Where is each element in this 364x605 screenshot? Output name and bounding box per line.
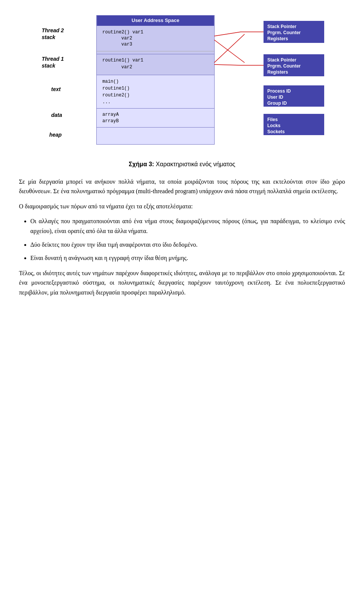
caption-prefix: Σχήμα 3: (129, 161, 154, 167)
t1-line1: routine1() var1 (102, 58, 143, 63)
final-para-1: Τέλος, οι ιδιότητες αυτές των νημάτων πα… (19, 268, 345, 298)
cross-line-1 (214, 40, 245, 63)
stack-ptr-t1-line1: Stack Pointer (267, 57, 297, 63)
files-line2: Locks (267, 123, 281, 128)
paragraph-1: Σε μία διεργασία μπορεί να ανήκουν πολλά… (19, 177, 345, 196)
caption-text: Χαρακτηριστικά ενός νήματος (156, 161, 235, 167)
stack-ptr-t1-line3: Registers (267, 69, 288, 75)
process-id-line2: User ID (267, 95, 283, 100)
bullet-item-1: Οι αλλαγές που πραγματοποιούνται από ένα… (30, 216, 345, 236)
t2-line2: var2 (121, 36, 132, 41)
text-line4: ... (102, 99, 111, 105)
process-id-line1: Process ID (267, 88, 291, 94)
para2-text: Σε ένα πολυνηματικό πρόγραμμα (multi-thr… (53, 188, 338, 194)
label-data: data (51, 112, 62, 118)
figure-caption: Σχήμα 3: Χαρακτηριστικά ενός νήματος (19, 159, 345, 169)
files-line3: Sockets (267, 129, 285, 134)
label-heap: heap (49, 132, 62, 138)
cross-line-2 (214, 34, 245, 63)
bullet-item-2: Δύο δείκτες που έχουν την ίδια τιμή αναφ… (30, 240, 345, 250)
diagram-svg: User Address Space routine2() var1 var2 … (21, 15, 343, 156)
stack-ptr-t2-line3: Registers (267, 36, 288, 41)
stack-ptr-t2-line2: Prgrm. Counter (267, 30, 301, 35)
bullet-header: Ο διαμοιρασμός των πόρων από τα νήματα έ… (19, 202, 345, 211)
label-stack1: stack (42, 63, 56, 69)
t2-line3: var3 (121, 42, 132, 47)
line-t1-stack-ptr (214, 65, 241, 65)
label-text: text (51, 86, 61, 92)
bullet-list: Οι αλλαγές που πραγματοποιούνται από ένα… (30, 216, 345, 263)
label-thread1: Thread 1 (42, 56, 64, 62)
label-stack2: stack (42, 34, 56, 40)
data-line2: arrayB (102, 118, 119, 124)
text-line2: routine1() (102, 86, 130, 91)
bullet-item-3: Είναι δυνατή η ανάγνωση και η εγγραφή στ… (30, 253, 345, 263)
t2-line1: routine2() var1 (102, 30, 143, 35)
uas-header-text: User Address Space (132, 17, 179, 23)
t1-line2: var2 (121, 65, 132, 70)
thread-diagram: User Address Space routine2() var1 var2 … (21, 15, 343, 156)
heap-seg-bg (97, 128, 214, 144)
label-thread2: Thread 2 (42, 27, 64, 33)
stack-ptr-t2-line1: Stack Pointer (267, 24, 297, 29)
content-area: Σχήμα 3: Χαρακτηριστικά ενός νήματος Σε … (19, 159, 345, 298)
data-line1: arrayA (102, 112, 119, 117)
stack-ptr-t1-line2: Prgrm. Counter (267, 63, 301, 69)
files-line1: Files (267, 117, 278, 122)
fp1-text: Τέλος, οι ιδιότητες αυτές των νημάτων πα… (19, 270, 337, 276)
process-id-line3: Group ID (267, 101, 287, 106)
data-seg-bg (97, 109, 214, 128)
line-t2-stack-ptr (214, 32, 241, 36)
text-line3: routine2() (102, 93, 130, 98)
text-line1: main() (102, 79, 119, 84)
